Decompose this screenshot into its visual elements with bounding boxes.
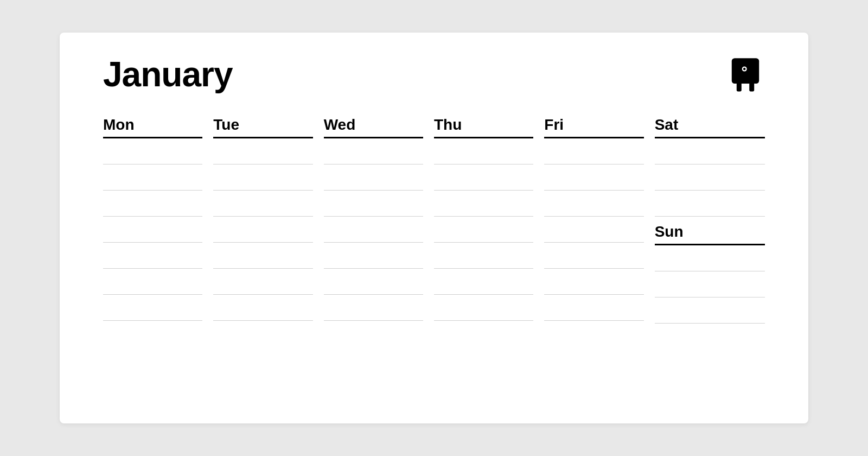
day-row [544, 295, 643, 321]
calendar-card: January Mon Tue [60, 33, 808, 423]
day-row [655, 191, 765, 217]
month-title: January [103, 54, 232, 94]
day-header-wed: Wed [324, 116, 423, 138]
day-column-mon: Mon [103, 116, 213, 324]
calendar-grid: Mon Tue Wed [103, 116, 765, 324]
day-row [324, 191, 423, 217]
day-row [324, 269, 423, 295]
day-row [213, 164, 312, 191]
day-row [324, 217, 423, 243]
day-row [213, 138, 312, 164]
day-row [103, 138, 202, 164]
day-row [434, 191, 533, 217]
day-row [544, 269, 643, 295]
day-header-sat: Sat [655, 116, 765, 138]
day-row [544, 191, 643, 217]
day-row [324, 295, 423, 321]
day-row [103, 191, 202, 217]
day-row [103, 243, 202, 269]
day-row [655, 271, 765, 297]
day-header-thu: Thu [434, 116, 533, 138]
day-row [544, 243, 643, 269]
day-row [434, 295, 533, 321]
svg-rect-4 [749, 83, 754, 91]
day-header-mon: Mon [103, 116, 202, 138]
day-row [324, 138, 423, 164]
day-row [655, 164, 765, 191]
day-row [103, 269, 202, 295]
day-header-tue: Tue [213, 116, 312, 138]
day-row [434, 269, 533, 295]
day-row [434, 138, 533, 164]
day-row [213, 269, 312, 295]
day-column-fri: Fri [544, 116, 654, 324]
day-row [544, 164, 643, 191]
day-row [103, 164, 202, 191]
day-row [213, 217, 312, 243]
day-row [655, 138, 765, 164]
calendar-header: January [103, 54, 765, 94]
day-row [544, 138, 643, 164]
svg-point-2 [743, 68, 746, 71]
day-header-fri: Fri [544, 116, 643, 138]
monster-mascot-icon [726, 54, 765, 93]
day-column-tue: Tue [213, 116, 323, 324]
day-row [655, 245, 765, 271]
day-row [213, 295, 312, 321]
day-row [324, 164, 423, 191]
day-row [213, 191, 312, 217]
day-column-wed: Wed [324, 116, 434, 324]
day-row [103, 217, 202, 243]
day-row [434, 164, 533, 191]
day-header-sun: Sun [655, 223, 765, 245]
day-column-sat-sun: Sat Sun [655, 116, 765, 324]
day-row [544, 217, 643, 243]
svg-rect-3 [737, 83, 742, 91]
day-row [103, 295, 202, 321]
day-row [434, 243, 533, 269]
day-row [655, 297, 765, 324]
day-column-thu: Thu [434, 116, 544, 324]
day-row [434, 217, 533, 243]
day-row [213, 243, 312, 269]
day-row [324, 243, 423, 269]
